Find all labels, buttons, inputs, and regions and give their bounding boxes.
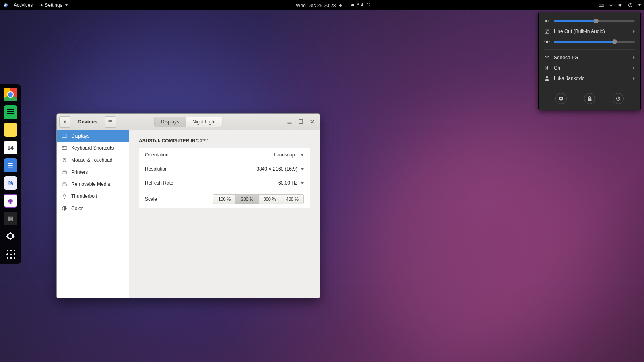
- wifi-row[interactable]: Seneca-5G: [539, 52, 640, 63]
- brightness-slider[interactable]: [554, 41, 635, 43]
- weather-label: 3.4 °C: [357, 2, 370, 8]
- dock-app-settings[interactable]: [4, 229, 17, 243]
- bluetooth-label: On: [554, 65, 560, 71]
- chevron-left-icon: [62, 119, 67, 124]
- dock-app-notes[interactable]: [4, 123, 17, 137]
- scale-option[interactable]: 200 %: [235, 195, 258, 204]
- dropdown-icon: [301, 182, 304, 184]
- apps-grid-icon: [5, 248, 16, 259]
- svg-rect-33: [63, 147, 64, 148]
- bluetooth-row[interactable]: On: [539, 63, 640, 73]
- sidebar-icon: [62, 133, 67, 139]
- chevron-right-icon: [633, 77, 635, 80]
- svg-rect-23: [618, 97, 618, 99]
- dock-app-spotify[interactable]: [4, 105, 17, 119]
- gear-icon: [558, 96, 564, 101]
- wifi-icon[interactable]: [608, 2, 614, 8]
- scale-option[interactable]: 400 %: [281, 195, 303, 204]
- svg-rect-25: [109, 121, 112, 122]
- titlebar[interactable]: Devices Displays Night Light: [57, 114, 320, 130]
- volume-icon[interactable]: [618, 2, 623, 8]
- refresh-rate-row[interactable]: Refresh Rate 60.00 Hz: [139, 176, 310, 190]
- sidebar-item-printers[interactable]: Printers: [57, 166, 129, 178]
- scale-option[interactable]: 300 %: [258, 195, 281, 204]
- dock-app-tiling[interactable]: ▦: [4, 212, 17, 225]
- settings-button[interactable]: [555, 93, 567, 104]
- svg-rect-32: [63, 147, 63, 148]
- power-button[interactable]: [613, 93, 624, 104]
- dock-app-calendar[interactable]: 14: [4, 141, 17, 154]
- window-close-button[interactable]: [309, 119, 315, 125]
- orientation-row[interactable]: Orientation Landscape: [139, 148, 310, 162]
- dock-app-podcasts[interactable]: ◉: [4, 194, 17, 208]
- row-label: Refresh Rate: [145, 180, 173, 186]
- dropdown-icon: [301, 168, 304, 170]
- svg-rect-28: [299, 120, 302, 123]
- audio-output-row[interactable]: Line Out (Built-in Audio): [539, 26, 640, 37]
- keyboard-layout-icon[interactable]: [599, 2, 604, 8]
- resolution-row[interactable]: Resolution 3840 × 2160 (16:9): [139, 162, 310, 176]
- row-label: Scale: [145, 196, 157, 202]
- svg-rect-29: [62, 134, 67, 138]
- svg-rect-10: [547, 30, 549, 31]
- clock[interactable]: Wed Dec 25 20:28: [296, 3, 341, 8]
- scale-options: 100 %200 %300 %400 %: [213, 194, 304, 204]
- sidebar-item-label: Color: [71, 206, 83, 211]
- sidebar-item-keyboard-shortcuts[interactable]: Keyboard Shortcuts: [57, 142, 129, 154]
- sidebar-item-mouse-touchpad[interactable]: Mouse & Touchpad: [57, 154, 129, 166]
- header-title: Devices: [78, 119, 97, 125]
- sidebar-item-thunderbolt[interactable]: Thunderbolt: [57, 190, 129, 202]
- window-minimize-button[interactable]: [287, 119, 292, 125]
- svg-rect-1: [599, 4, 604, 7]
- window-maximize-button[interactable]: [298, 119, 303, 125]
- display-name-heading: ASUSTek COMPUTER INC 27": [139, 138, 310, 144]
- top-panel: Activities Settings Wed Dec 25 20:28 3.4…: [0, 0, 644, 10]
- sidebar-icon: [62, 169, 67, 175]
- sidebar-icon: [62, 145, 67, 151]
- clock-label: Wed Dec 25 20:28: [296, 3, 336, 8]
- sidebar-icon: [62, 157, 67, 163]
- tab-night-light[interactable]: Night Light: [186, 117, 222, 127]
- audio-output-label: Line Out (Built-in Audio): [554, 29, 605, 34]
- row-label: Orientation: [145, 152, 169, 158]
- scale-option[interactable]: 100 %: [213, 195, 235, 204]
- settings-content: ASUSTek COMPUTER INC 27" Orientation Lan…: [129, 130, 320, 298]
- weather-indicator[interactable]: 3.4 °C: [350, 2, 370, 8]
- svg-line-16: [545, 40, 545, 40]
- brightness-icon: [544, 39, 550, 45]
- chevron-right-icon: [633, 66, 635, 70]
- lock-button[interactable]: [584, 93, 595, 104]
- activities-button[interactable]: Activities: [14, 2, 33, 8]
- status-area[interactable]: [599, 2, 641, 8]
- dock-show-applications[interactable]: [4, 247, 17, 261]
- sidebar-item-displays[interactable]: Displays: [57, 130, 129, 142]
- tab-displays[interactable]: Displays: [155, 117, 186, 127]
- app-menu-settings[interactable]: Settings: [38, 2, 67, 8]
- svg-line-18: [545, 43, 545, 44]
- volume-slider[interactable]: [554, 20, 635, 22]
- dock-app-software[interactable]: 🛍: [4, 176, 17, 190]
- svg-rect-7: [630, 3, 630, 5]
- svg-rect-3: [601, 4, 601, 5]
- bluetooth-icon: [544, 65, 550, 71]
- back-button[interactable]: [59, 116, 70, 128]
- caret-down-icon: [638, 4, 641, 6]
- hamburger-icon: [108, 119, 113, 124]
- settings-sidebar: DisplaysKeyboard ShortcutsMouse & Touchp…: [57, 130, 129, 298]
- sidebar-item-label: Thunderbolt: [71, 193, 97, 199]
- svg-line-19: [549, 40, 549, 40]
- row-value: 60.00 Hz: [278, 180, 297, 186]
- fedora-logo-icon[interactable]: [3, 3, 8, 8]
- brightness-slider-row[interactable]: [539, 37, 640, 47]
- dock-app-chrome[interactable]: [4, 88, 17, 101]
- power-icon[interactable]: [627, 2, 633, 8]
- volume-slider-row[interactable]: [539, 16, 640, 26]
- wifi-icon: [544, 55, 550, 60]
- sidebar-item-color[interactable]: Color: [57, 202, 129, 214]
- view-switcher: Displays Night Light: [154, 117, 223, 127]
- sidebar-item-removable-media[interactable]: Removable Media: [57, 178, 129, 190]
- user-row[interactable]: Luka Jankovic: [539, 73, 640, 84]
- menu-button[interactable]: [105, 116, 116, 128]
- dock-app-todo[interactable]: ☰: [4, 158, 17, 172]
- row-value: Landscape: [274, 152, 297, 158]
